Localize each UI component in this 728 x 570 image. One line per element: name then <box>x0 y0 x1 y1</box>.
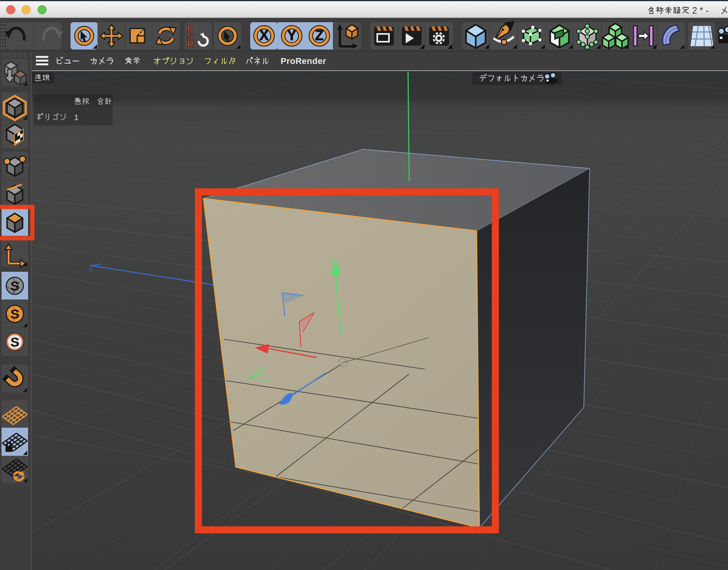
svg-text:2 * -: 2 * - <box>692 5 709 16</box>
svg-text:S: S <box>11 278 19 293</box>
svg-text:S: S <box>11 335 19 349</box>
svg-text:Z: Z <box>315 27 324 43</box>
svg-text:1: 1 <box>74 113 79 122</box>
svg-text:Y: Y <box>287 27 296 43</box>
svg-text:R: R <box>187 39 194 49</box>
svg-text:S: S <box>11 306 19 321</box>
svg-text:ProRender: ProRender <box>281 56 326 66</box>
svg-text:X: X <box>259 27 269 43</box>
